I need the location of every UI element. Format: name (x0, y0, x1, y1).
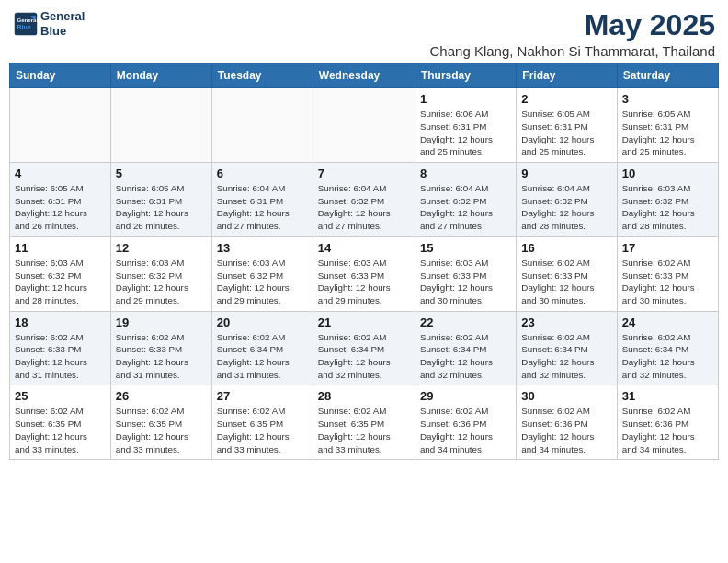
calendar-week-row: 1Sunrise: 6:06 AM Sunset: 6:31 PM Daylig… (10, 88, 719, 163)
table-row: 16Sunrise: 6:02 AM Sunset: 6:33 PM Dayli… (517, 236, 617, 311)
table-row: 8Sunrise: 6:04 AM Sunset: 6:32 PM Daylig… (415, 163, 516, 237)
table-row: 2Sunrise: 6:05 AM Sunset: 6:31 PM Daylig… (517, 88, 617, 163)
day-number: 25 (15, 389, 106, 403)
table-row: 30Sunrise: 6:02 AM Sunset: 6:36 PM Dayli… (517, 385, 617, 460)
day-number: 10 (622, 167, 713, 180)
day-info: Sunrise: 6:02 AM Sunset: 6:35 PM Dayligh… (318, 405, 410, 455)
day-number: 19 (116, 316, 207, 329)
table-row: 12Sunrise: 6:03 AM Sunset: 6:32 PM Dayli… (110, 236, 211, 311)
calendar-header-row: Sunday Monday Tuesday Wednesday Thursday… (10, 63, 719, 88)
day-info: Sunrise: 6:02 AM Sunset: 6:35 PM Dayligh… (15, 405, 106, 455)
day-number: 14 (318, 241, 410, 255)
table-row: 6Sunrise: 6:04 AM Sunset: 6:31 PM Daylig… (211, 163, 313, 237)
day-info: Sunrise: 6:03 AM Sunset: 6:32 PM Dayligh… (116, 257, 207, 307)
col-saturday: Saturday (617, 63, 718, 88)
table-row: 4Sunrise: 6:05 AM Sunset: 6:31 PM Daylig… (10, 163, 111, 237)
day-number: 24 (622, 316, 713, 329)
day-number: 21 (318, 316, 410, 329)
table-row: 14Sunrise: 6:03 AM Sunset: 6:33 PM Dayli… (313, 236, 415, 311)
table-row: 22Sunrise: 6:02 AM Sunset: 6:34 PM Dayli… (415, 311, 516, 385)
day-number: 31 (622, 389, 713, 403)
day-number: 27 (217, 389, 308, 403)
day-number: 26 (116, 389, 207, 403)
day-info: Sunrise: 6:04 AM Sunset: 6:32 PM Dayligh… (420, 182, 511, 233)
day-info: Sunrise: 6:02 AM Sunset: 6:36 PM Dayligh… (521, 405, 611, 455)
day-number: 23 (521, 316, 611, 329)
day-number: 6 (217, 167, 308, 180)
table-row: 1Sunrise: 6:06 AM Sunset: 6:31 PM Daylig… (415, 88, 516, 163)
day-number: 22 (420, 316, 511, 329)
day-number: 4 (15, 167, 106, 180)
table-row: 24Sunrise: 6:02 AM Sunset: 6:34 PM Dayli… (617, 311, 718, 385)
table-row (211, 88, 313, 163)
month-title: May 2025 (430, 9, 715, 41)
day-number: 18 (15, 316, 106, 329)
day-info: Sunrise: 6:02 AM Sunset: 6:35 PM Dayligh… (116, 405, 207, 455)
day-info: Sunrise: 6:02 AM Sunset: 6:33 PM Dayligh… (15, 331, 106, 382)
table-row: 28Sunrise: 6:02 AM Sunset: 6:35 PM Dayli… (313, 385, 415, 460)
col-tuesday: Tuesday (211, 63, 313, 88)
table-row (313, 88, 415, 163)
calendar-week-row: 4Sunrise: 6:05 AM Sunset: 6:31 PM Daylig… (10, 163, 719, 237)
day-number: 17 (622, 241, 713, 255)
day-info: Sunrise: 6:03 AM Sunset: 6:32 PM Dayligh… (15, 257, 106, 307)
title-block: May 2025 Chang Klang, Nakhon Si Thammara… (430, 9, 715, 59)
table-row: 9Sunrise: 6:04 AM Sunset: 6:32 PM Daylig… (517, 163, 617, 237)
day-number: 28 (318, 389, 410, 403)
location-title: Chang Klang, Nakhon Si Thammarat, Thaila… (430, 43, 715, 59)
table-row: 13Sunrise: 6:03 AM Sunset: 6:32 PM Dayli… (211, 236, 313, 311)
table-row: 3Sunrise: 6:05 AM Sunset: 6:31 PM Daylig… (617, 88, 718, 163)
day-info: Sunrise: 6:03 AM Sunset: 6:32 PM Dayligh… (217, 257, 308, 307)
table-row: 17Sunrise: 6:02 AM Sunset: 6:33 PM Dayli… (617, 236, 718, 311)
day-info: Sunrise: 6:02 AM Sunset: 6:33 PM Dayligh… (116, 331, 207, 382)
day-info: Sunrise: 6:02 AM Sunset: 6:34 PM Dayligh… (318, 331, 410, 382)
day-info: Sunrise: 6:05 AM Sunset: 6:31 PM Dayligh… (521, 108, 611, 158)
day-number: 12 (116, 241, 207, 255)
table-row: 5Sunrise: 6:05 AM Sunset: 6:31 PM Daylig… (110, 163, 211, 237)
logo-text-line2: Blue (40, 24, 85, 39)
day-number: 1 (420, 92, 511, 106)
day-number: 11 (15, 241, 106, 255)
day-info: Sunrise: 6:04 AM Sunset: 6:31 PM Dayligh… (217, 182, 308, 233)
table-row: 11Sunrise: 6:03 AM Sunset: 6:32 PM Dayli… (10, 236, 111, 311)
day-number: 5 (116, 167, 207, 180)
col-monday: Monday (110, 63, 211, 88)
calendar-week-row: 11Sunrise: 6:03 AM Sunset: 6:32 PM Dayli… (10, 236, 719, 311)
day-number: 15 (420, 241, 511, 255)
table-row: 10Sunrise: 6:03 AM Sunset: 6:32 PM Dayli… (617, 163, 718, 237)
table-row: 29Sunrise: 6:02 AM Sunset: 6:36 PM Dayli… (415, 385, 516, 460)
day-info: Sunrise: 6:06 AM Sunset: 6:31 PM Dayligh… (420, 108, 511, 158)
day-number: 16 (521, 241, 611, 255)
svg-text:Blue: Blue (17, 24, 30, 30)
day-info: Sunrise: 6:02 AM Sunset: 6:33 PM Dayligh… (622, 257, 713, 307)
table-row: 15Sunrise: 6:03 AM Sunset: 6:33 PM Dayli… (415, 236, 516, 311)
day-info: Sunrise: 6:02 AM Sunset: 6:34 PM Dayligh… (622, 331, 713, 382)
day-info: Sunrise: 6:05 AM Sunset: 6:31 PM Dayligh… (15, 182, 106, 233)
day-number: 2 (521, 92, 611, 106)
day-number: 8 (420, 167, 511, 180)
col-sunday: Sunday (10, 63, 111, 88)
day-number: 7 (318, 167, 410, 180)
logo-icon: General Blue (13, 11, 39, 37)
day-info: Sunrise: 6:03 AM Sunset: 6:33 PM Dayligh… (318, 257, 410, 307)
col-friday: Friday (517, 63, 617, 88)
table-row: 31Sunrise: 6:02 AM Sunset: 6:36 PM Dayli… (617, 385, 718, 460)
day-info: Sunrise: 6:02 AM Sunset: 6:34 PM Dayligh… (217, 331, 308, 382)
day-number: 20 (217, 316, 308, 329)
day-number: 9 (521, 167, 611, 180)
table-row: 27Sunrise: 6:02 AM Sunset: 6:35 PM Dayli… (211, 385, 313, 460)
table-row: 20Sunrise: 6:02 AM Sunset: 6:34 PM Dayli… (211, 311, 313, 385)
col-thursday: Thursday (415, 63, 516, 88)
table-row: 19Sunrise: 6:02 AM Sunset: 6:33 PM Dayli… (110, 311, 211, 385)
day-number: 30 (521, 389, 611, 403)
logo-text-line1: General (40, 9, 85, 24)
day-info: Sunrise: 6:05 AM Sunset: 6:31 PM Dayligh… (622, 108, 713, 158)
table-row: 18Sunrise: 6:02 AM Sunset: 6:33 PM Dayli… (10, 311, 111, 385)
table-row: 26Sunrise: 6:02 AM Sunset: 6:35 PM Dayli… (110, 385, 211, 460)
day-info: Sunrise: 6:02 AM Sunset: 6:36 PM Dayligh… (622, 405, 713, 455)
day-info: Sunrise: 6:05 AM Sunset: 6:31 PM Dayligh… (116, 182, 207, 233)
table-row: 21Sunrise: 6:02 AM Sunset: 6:34 PM Dayli… (313, 311, 415, 385)
table-row: 25Sunrise: 6:02 AM Sunset: 6:35 PM Dayli… (10, 385, 111, 460)
day-info: Sunrise: 6:02 AM Sunset: 6:35 PM Dayligh… (217, 405, 308, 455)
day-info: Sunrise: 6:02 AM Sunset: 6:34 PM Dayligh… (521, 331, 611, 382)
